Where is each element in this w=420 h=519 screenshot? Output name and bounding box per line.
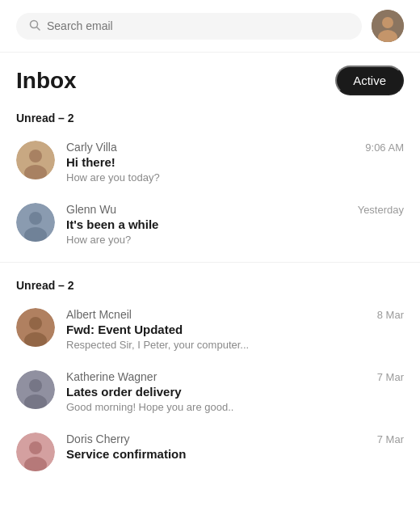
message-top: Doris Cherry7 Mar xyxy=(66,432,404,445)
message-content: Albert Mcneil8 MarFwd: Event UpdatedResp… xyxy=(66,308,404,351)
section-label-1: Unread – 2 xyxy=(0,269,420,298)
svg-point-6 xyxy=(29,150,42,162)
list-item[interactable]: Carly Villa9:06 AMHi there!How are you t… xyxy=(0,131,420,193)
message-time: 8 Mar xyxy=(377,309,404,321)
active-button[interactable]: Active xyxy=(335,65,404,95)
avatar xyxy=(16,370,55,409)
message-preview: Good morning! Hope you are good.. xyxy=(66,401,404,413)
list-item[interactable]: Albert Mcneil8 MarFwd: Event UpdatedResp… xyxy=(0,298,420,361)
message-preview: How are you? xyxy=(66,234,404,246)
inbox-header: Inbox Active xyxy=(0,53,420,102)
sender-name: Albert Mcneil xyxy=(66,308,132,321)
list-item[interactable]: Katherine Wagner7 MarLates order deliver… xyxy=(0,361,420,423)
message-top: Albert Mcneil8 Mar xyxy=(66,308,404,321)
svg-line-1 xyxy=(37,27,40,30)
search-bar[interactable] xyxy=(16,13,362,40)
search-icon xyxy=(29,19,40,33)
svg-point-12 xyxy=(29,317,42,330)
avatar xyxy=(16,141,55,179)
message-content: Glenn WuYesterdayIt's been a whileHow ar… xyxy=(66,203,404,246)
sections-container: Unread – 2 Carly Villa9:06 AMHi there!Ho… xyxy=(0,102,420,481)
message-subject: Hi there! xyxy=(66,155,404,169)
message-subject: Service confirmation xyxy=(66,447,404,461)
message-subject: It's been a while xyxy=(66,217,404,231)
sender-name: Carly Villa xyxy=(66,141,117,154)
sender-name: Katherine Wagner xyxy=(66,370,157,383)
avatar xyxy=(16,432,55,471)
message-top: Katherine Wagner7 Mar xyxy=(66,370,404,383)
message-subject: Fwd: Event Updated xyxy=(66,323,404,336)
user-avatar[interactable] xyxy=(372,10,404,42)
svg-point-9 xyxy=(29,212,42,225)
sender-name: Glenn Wu xyxy=(66,203,116,216)
message-time: 7 Mar xyxy=(377,371,404,383)
sender-name: Doris Cherry xyxy=(66,432,130,445)
section-label-0: Unread – 2 xyxy=(0,102,420,131)
message-subject: Lates order delivery xyxy=(66,385,404,399)
message-time: 7 Mar xyxy=(377,433,404,445)
message-top: Carly Villa9:06 AM xyxy=(66,141,404,154)
message-time: 9:06 AM xyxy=(365,141,404,154)
page-title: Inbox xyxy=(16,68,77,94)
search-input[interactable] xyxy=(47,19,349,32)
message-preview: How are you today? xyxy=(66,171,404,184)
message-time: Yesterday xyxy=(358,204,404,216)
svg-point-18 xyxy=(29,441,42,454)
avatar xyxy=(16,203,55,242)
avatar xyxy=(16,308,55,347)
svg-point-3 xyxy=(382,17,393,28)
message-preview: Respected Sir, I Peter, your computer... xyxy=(66,339,404,351)
svg-point-15 xyxy=(29,379,42,392)
message-content: Katherine Wagner7 MarLates order deliver… xyxy=(66,370,404,413)
header xyxy=(0,0,420,53)
message-content: Doris Cherry7 MarService confirmation xyxy=(66,432,404,463)
list-item[interactable]: Glenn WuYesterdayIt's been a whileHow ar… xyxy=(0,193,420,255)
message-top: Glenn WuYesterday xyxy=(66,203,404,216)
message-content: Carly Villa9:06 AMHi there!How are you t… xyxy=(66,141,404,184)
list-item[interactable]: Doris Cherry7 MarService confirmation xyxy=(0,423,420,481)
divider xyxy=(0,262,420,263)
